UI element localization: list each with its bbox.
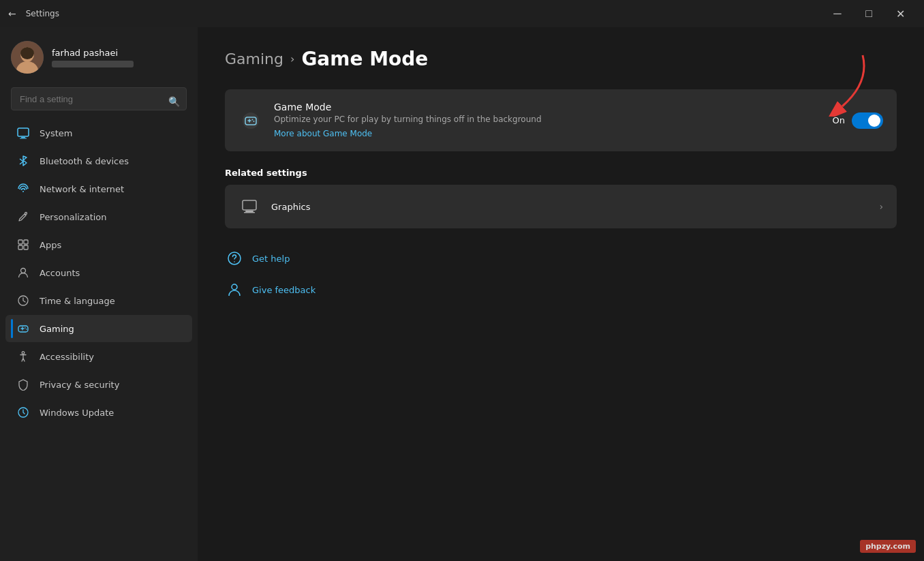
svg-point-16 [25,327,26,329]
sidebar-item-gaming-label: Gaming [40,324,74,334]
give-feedback-item[interactable]: Give feedback [225,276,897,303]
breadcrumb-parent[interactable]: Gaming [225,50,283,67]
page-title: Game Mode [301,48,428,70]
accounts-icon [16,266,30,279]
related-settings-header: Related settings [225,168,897,178]
maximize-button[interactable]: □ [853,0,884,27]
svg-rect-12 [24,245,28,249]
game-mode-card: Game Mode Optimize your PC for play by t… [225,89,897,151]
user-email-bar [52,61,134,67]
user-name: farhad pashaei [52,48,134,58]
apps-icon [16,238,30,252]
svg-rect-27 [244,212,255,213]
sidebar-item-privacy-label: Privacy & security [40,380,119,390]
sidebar-item-network-label: Network & internet [40,184,124,194]
svg-point-17 [26,329,27,330]
system-icon [16,126,30,140]
sidebar-item-system[interactable]: System [5,119,192,147]
search-icon: 🔍 [168,96,180,107]
sidebar-item-time[interactable]: Time & language [5,287,192,314]
help-links: Get help Give feedback [225,245,897,303]
sidebar-item-accessibility[interactable]: Accessibility [5,343,192,370]
main-content: Gaming › Game Mode Game Mode Op [198,27,924,561]
get-help-label[interactable]: Get help [252,254,290,264]
sidebar-item-bluetooth-label: Bluetooth & devices [40,156,129,166]
search-container: 🔍 [0,85,198,119]
sidebar: farhad pashaei 🔍 System Bluetooth & devi… [0,27,198,561]
minimize-button[interactable]: ─ [822,0,853,27]
privacy-icon [16,378,30,391]
give-feedback-icon [225,280,244,299]
windows-update-icon [16,406,30,419]
svg-point-18 [22,352,25,354]
svg-point-7 [22,191,24,192]
get-help-icon [225,249,244,268]
game-mode-toggle-group: On [833,112,883,129]
user-profile[interactable]: farhad pashaei [0,27,198,85]
user-info: farhad pashaei [52,48,134,67]
svg-rect-11 [18,245,22,249]
svg-point-30 [232,284,237,290]
avatar [11,41,44,74]
game-mode-toggle[interactable] [852,112,883,129]
search-input[interactable] [11,87,187,110]
breadcrumb: Gaming › Game Mode [225,48,897,70]
svg-point-23 [253,121,255,122]
game-mode-title: Game Mode [274,102,822,112]
sidebar-item-network[interactable]: Network & internet [5,175,192,202]
graphics-icon [238,196,260,217]
sidebar-item-gaming[interactable]: Gaming [5,315,192,342]
sidebar-item-time-label: Time & language [40,296,115,306]
titlebar-left: ← Settings [8,8,59,19]
titlebar: ← Settings ─ □ ✕ [0,0,924,27]
sidebar-item-windows-update[interactable]: Windows Update [5,399,192,426]
network-icon [16,182,30,196]
back-icon[interactable]: ← [8,8,16,19]
app-container: farhad pashaei 🔍 System Bluetooth & devi… [0,27,924,561]
sidebar-item-windows-update-label: Windows Update [40,408,114,418]
game-mode-link[interactable]: More about Game Mode [274,129,372,138]
sidebar-item-system-label: System [40,128,72,138]
sidebar-nav: System Bluetooth & devices Network & int… [0,119,198,427]
avatar-image [11,41,44,74]
svg-point-29 [234,261,235,262]
bluetooth-icon [16,154,30,168]
titlebar-controls: ─ □ ✕ [822,0,916,27]
svg-rect-25 [243,200,256,210]
sidebar-item-apps[interactable]: Apps [5,231,192,258]
toggle-thumb [868,115,880,127]
sidebar-item-accounts-label: Accounts [40,268,80,278]
get-help-item[interactable]: Get help [225,245,897,272]
titlebar-title: Settings [26,9,59,18]
related-item-graphics[interactable]: Graphics › [225,185,897,228]
svg-point-8 [25,213,27,215]
game-mode-icon [238,108,263,133]
svg-rect-5 [21,137,25,138]
sidebar-item-personalization[interactable]: Personalization [5,203,192,230]
svg-rect-26 [245,211,253,212]
svg-point-13 [21,269,26,273]
svg-rect-6 [20,138,27,139]
game-mode-info: Game Mode Optimize your PC for play by t… [274,102,822,139]
svg-point-3 [20,47,34,59]
breadcrumb-arrow: › [290,52,294,65]
sidebar-item-apps-label: Apps [40,240,61,250]
personalization-icon [16,210,30,224]
watermark: phpzy.com [860,540,916,553]
close-button[interactable]: ✕ [884,0,916,27]
svg-point-22 [252,119,253,120]
game-mode-description: Optimize your PC for play by turning thi… [274,115,822,124]
game-mode-section: Game Mode Optimize your PC for play by t… [225,89,897,151]
sidebar-item-privacy[interactable]: Privacy & security [5,371,192,398]
related-graphics-label: Graphics [271,202,868,212]
toggle-on-label: On [833,115,845,125]
graphics-chevron-icon: › [879,201,883,212]
svg-rect-9 [18,240,22,244]
sidebar-item-bluetooth[interactable]: Bluetooth & devices [5,147,192,175]
sidebar-item-accounts[interactable]: Accounts [5,259,192,286]
give-feedback-label[interactable]: Give feedback [252,285,315,295]
accessibility-icon [16,350,30,363]
time-icon [16,294,30,307]
svg-rect-10 [24,240,28,244]
sidebar-item-personalization-label: Personalization [40,212,107,222]
